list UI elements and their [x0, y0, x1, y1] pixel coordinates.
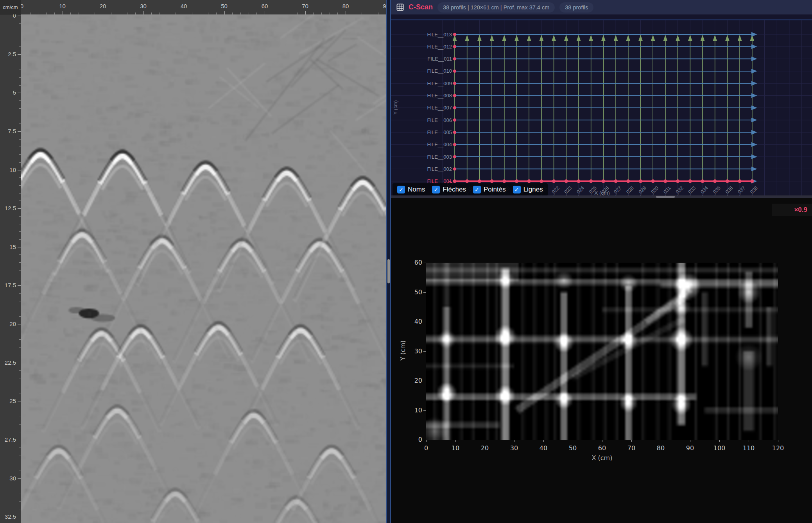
- selected-profile-point: [478, 179, 481, 183]
- top-ruler-tick: [38, 13, 38, 14]
- cscan-amplitude-map[interactable]: [426, 263, 778, 440]
- x-tick-label: 70: [624, 444, 639, 452]
- top-ruler-tick: [176, 13, 176, 14]
- top-ruler-tick: [30, 13, 30, 14]
- x-tick-label: 30: [506, 444, 522, 452]
- divider-handle[interactable]: [387, 259, 390, 283]
- profile-start-point: [453, 94, 456, 97]
- x-tick-label: 120: [770, 444, 786, 452]
- selected-profile-point: [527, 179, 531, 183]
- left-ruler-tick: [19, 332, 21, 332]
- checkbox-icon-pointes[interactable]: ✓: [473, 186, 481, 193]
- x-tick-mark: [749, 440, 749, 442]
- profile-start-point: [453, 167, 456, 170]
- top-ruler-tick: [184, 11, 184, 14]
- left-ruler-tick: [18, 478, 21, 479]
- selected-profile-point: [676, 179, 679, 183]
- top-ruler-tick: [354, 13, 354, 14]
- checkbox-noms[interactable]: ✓Noms: [397, 186, 425, 193]
- left-ruler-tick: [18, 131, 21, 132]
- x-tick-label: 50: [565, 444, 581, 452]
- checkbox-fleches[interactable]: ✓Flèches: [432, 186, 466, 193]
- left-ruler-tick: [19, 293, 21, 294]
- top-ruler-label: 80: [340, 3, 351, 9]
- selected-profile-point: [515, 179, 518, 183]
- top-ruler-label: 20: [97, 3, 109, 9]
- left-ruler-tick: [19, 23, 21, 24]
- top-ruler-tick: [330, 13, 330, 14]
- grid-scrollbar-thumb[interactable]: [656, 196, 675, 198]
- left-ruler-tick: [19, 417, 21, 417]
- left-ruler-tick: [19, 278, 21, 278]
- selected-profile-point: [490, 179, 494, 183]
- checkbox-icon-noms[interactable]: ✓: [397, 186, 405, 193]
- top-ruler-label: 40: [178, 3, 190, 9]
- selected-profile-point: [540, 179, 543, 183]
- bscan-radargram[interactable]: [21, 14, 386, 523]
- x-tick-label: 40: [536, 444, 551, 452]
- checkbox-label-lignes: Lignes: [523, 186, 543, 193]
- zoom-level-indicator: ×0.9: [772, 204, 812, 216]
- map-y-axis-title: Y (cm): [399, 335, 407, 366]
- checkbox-icon-lignes[interactable]: ✓: [513, 186, 521, 193]
- x-tick-mark: [778, 440, 778, 442]
- top-ruler-tick: [378, 13, 378, 14]
- top-ruler-tick: [370, 13, 370, 14]
- y-tick-label: 0: [407, 436, 422, 443]
- left-ruler-tick: [18, 170, 21, 170]
- x-tick-label: 20: [477, 444, 493, 452]
- top-ruler-label: 30: [138, 3, 149, 9]
- x-tick-label: 60: [594, 444, 610, 452]
- left-ruler-tick: [19, 177, 21, 178]
- left-ruler-label: 2.5: [0, 51, 16, 57]
- left-ruler-tick: [18, 401, 21, 401]
- left-ruler-tick: [19, 139, 21, 140]
- left-ruler-label: 27.5: [0, 436, 16, 443]
- checkbox-icon-fleches[interactable]: ✓: [432, 186, 440, 193]
- selected-profile-point: [651, 179, 655, 183]
- y-tick-mark: [423, 410, 426, 411]
- left-ruler-tick: [19, 100, 21, 101]
- display-options-row: ✓Noms✓Flèches✓Pointés✓Lignes: [393, 183, 548, 196]
- x-tick-mark: [514, 440, 514, 442]
- top-ruler-tick: [22, 11, 22, 14]
- cscan-map-panel: ×0.9 01020304050600102030405060708090100…: [391, 198, 812, 523]
- left-ruler-label: 5: [0, 89, 16, 96]
- top-ruler-tick: [362, 13, 362, 14]
- grid-scrollbar-track[interactable]: [391, 195, 812, 198]
- panel-divider[interactable]: [386, 0, 391, 523]
- top-ruler-tick: [273, 13, 273, 14]
- top-ruler-tick: [143, 11, 144, 14]
- y-tick-mark: [423, 381, 426, 381]
- bscan-left-ruler: 02.557.51012.51517.52022.52527.53032.5: [0, 14, 21, 523]
- left-ruler-tick: [18, 208, 21, 209]
- selected-profile-point: [626, 179, 630, 183]
- top-ruler-tick: [289, 13, 289, 14]
- left-ruler-tick: [19, 409, 21, 409]
- x-tick-label: 10: [448, 444, 463, 452]
- left-ruler-tick: [19, 39, 21, 39]
- top-ruler-tick: [256, 13, 257, 14]
- x-tick-mark: [719, 440, 720, 442]
- selected-profile-point: [565, 179, 568, 183]
- x-tick-mark: [455, 440, 456, 442]
- left-ruler-label: 17.5: [0, 282, 16, 288]
- profile-start-point: [453, 57, 456, 61]
- selected-profile-point: [750, 179, 754, 183]
- left-ruler-tick: [19, 85, 21, 86]
- panel-title: C-Scan: [409, 3, 433, 11]
- survey-grid-plot[interactable]: FILE__014FILE__015FILE__016FILE__017FILE…: [391, 14, 812, 198]
- checkbox-lignes[interactable]: ✓Lignes: [513, 186, 543, 193]
- h-profile-label: FILE__002: [427, 166, 452, 172]
- profile-start-point: [453, 33, 456, 36]
- left-ruler-tick: [19, 154, 21, 155]
- left-ruler-label: 25: [0, 398, 16, 404]
- top-ruler-tick: [119, 13, 119, 14]
- left-ruler-tick: [19, 162, 21, 163]
- checkbox-pointes[interactable]: ✓Pointés: [473, 186, 506, 193]
- selected-profile-point: [726, 179, 729, 183]
- x-tick-mark: [661, 440, 661, 442]
- top-ruler-tick: [95, 13, 95, 14]
- checkbox-label-fleches: Flèches: [443, 186, 466, 193]
- h-profile-label: FILE__008: [427, 93, 452, 99]
